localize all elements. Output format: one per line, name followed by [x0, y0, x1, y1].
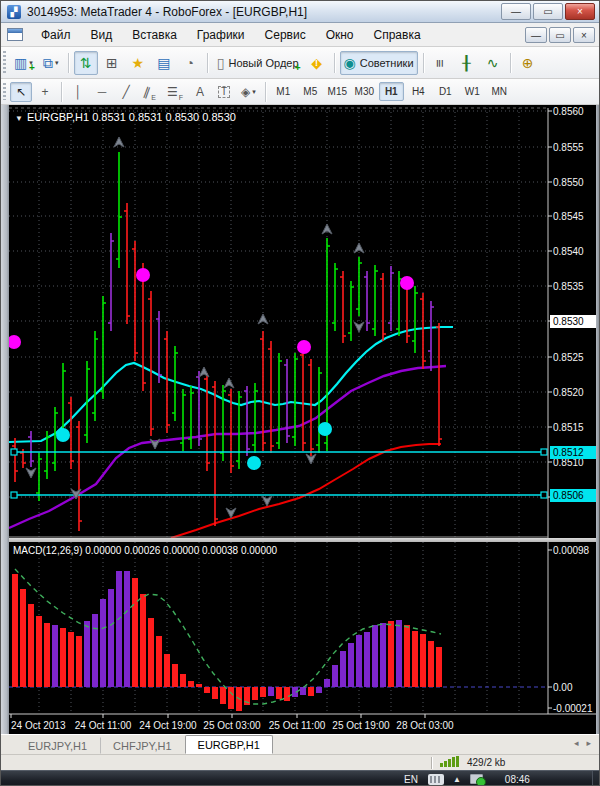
equidistant-channel-sub-icon: E [151, 94, 156, 101]
crosshair-button[interactable]: + [34, 82, 56, 102]
keyboard-icon[interactable] [428, 774, 444, 785]
trendline-button[interactable]: ╱ [115, 82, 137, 102]
timeframe-w1-button[interactable]: W1 [460, 82, 485, 101]
network-icon[interactable] [470, 774, 483, 784]
menu-bar: ФайлВидВставкаГрафикиСервисОкноСправка —… [1, 23, 599, 47]
time-axis-label: 25 Oct 03:00 [197, 719, 267, 732]
text-button[interactable]: A [189, 82, 211, 102]
chart-tab-eurgbp-h1[interactable]: EURGBP,H1 [185, 735, 273, 754]
toolbar-separator [68, 53, 69, 73]
maximize-button[interactable]: ▭ [533, 3, 563, 20]
title-bar[interactable]: ▞ 3014953: MetaTrader 4 - RoboForex - [E… [1, 1, 599, 23]
chart-canvas[interactable] [1, 105, 599, 734]
timeframe-h1-button[interactable]: H1 [379, 82, 404, 101]
menu-окно[interactable]: Окно [316, 25, 364, 45]
text-label-button[interactable]: T [213, 82, 235, 102]
timeframe-d1-button[interactable]: D1 [433, 82, 458, 101]
show-hidden-icons-arrow[interactable]: ▲ [453, 775, 461, 784]
timeframe-m15-button[interactable]: M15 [325, 82, 350, 101]
chart-tab-chfjpy-h1[interactable]: CHFJPY,H1 [100, 737, 184, 754]
minimize-button[interactable]: — [501, 3, 531, 20]
timeframe-m30-button[interactable]: M30 [352, 82, 377, 101]
cursor-button[interactable]: ↖ [10, 82, 32, 102]
chart-symbol-label[interactable]: ▼EURGBP,H1 0.8531 0.8531 0.8530 0.8530 [15, 111, 236, 123]
menu-файл[interactable]: Файл [31, 25, 81, 45]
timeframe-m5-button[interactable]: M5 [298, 82, 323, 101]
text-icon: A [196, 86, 204, 98]
toolbar-separator [334, 53, 335, 73]
toolbar-separator [423, 53, 424, 73]
horizontal-line-button[interactable]: ─ [91, 82, 113, 102]
chart-window-icon[interactable] [7, 28, 23, 41]
price-tick-label: 0.8560 [553, 105, 597, 118]
market-watch-button[interactable]: ⇅ [74, 51, 98, 75]
chart-candlesticks-button[interactable]: ╂ [455, 51, 479, 75]
time-axis-label: 24 Oct 2013 [11, 719, 65, 732]
child-minimize-button[interactable]: — [525, 27, 547, 43]
connection-traffic: 429/2 kb [467, 757, 505, 768]
language-indicator[interactable]: EN [404, 774, 418, 785]
profiles-icon: ⧉ [43, 56, 53, 70]
equidistant-channel-button[interactable]: ∥E [139, 82, 161, 102]
chart-bars-button[interactable]: ≡ [429, 51, 453, 75]
data-window-button[interactable]: ⊞ [100, 51, 124, 75]
child-close-button[interactable]: × [573, 27, 595, 43]
tab-scroll-left-icon[interactable]: ◂ [574, 738, 579, 748]
arrows-dropdown-caret-icon[interactable]: ▾ [252, 88, 256, 96]
vertical-line-button[interactable]: │ [67, 82, 89, 102]
profiles-dropdown-caret-icon[interactable]: ▾ [55, 59, 59, 67]
terminal-icon: ▤ [157, 56, 170, 70]
chart-candlesticks-icon: ╂ [462, 56, 470, 70]
new-order-button[interactable]: ▯+Новый Ордер [213, 51, 303, 75]
fibonacci-retracement-icon: ☰ [167, 86, 178, 98]
chart-tab-eurjpy-h1[interactable]: EURJPY,H1 [15, 737, 100, 754]
price-tick-label: 0.8550 [553, 176, 597, 189]
price-tick-label: 0.8540 [553, 245, 597, 258]
expert-advisors-button[interactable]: ◉Советники [340, 51, 418, 75]
panel-resize-separator[interactable] [1, 538, 599, 542]
clock[interactable]: 08:46 [505, 774, 530, 785]
child-restore-button[interactable]: ▭ [549, 27, 571, 43]
timeframe-mn-button[interactable]: MN [487, 82, 512, 101]
data-window-icon: ⊞ [106, 56, 118, 70]
price-tick-label: 0.8545 [553, 210, 597, 223]
strategy-tester-button[interactable]: ◔ [178, 51, 202, 75]
navigator-button[interactable]: ★ [126, 51, 150, 75]
price-tick-label: 0.8520 [553, 386, 597, 399]
new-order-label: Новый Ордер [228, 57, 298, 69]
price-badge-0.8506: 0.8506 [550, 489, 597, 502]
tab-scroll-right-icon[interactable]: ▸ [586, 738, 591, 748]
menu-сервис[interactable]: Сервис [255, 25, 316, 45]
fibonacci-retracement-sub-icon: F [179, 94, 183, 101]
cursor-icon: ↖ [16, 86, 26, 98]
toolbar-separator [265, 82, 266, 102]
new-chart-plus-icon: + [29, 63, 35, 73]
new-chart-button[interactable]: ▥+▾ [10, 51, 37, 75]
fibonacci-retracement-button[interactable]: ☰F [163, 82, 187, 102]
new-chart-icon: ▥ [14, 56, 27, 70]
menu-вставка[interactable]: Вставка [122, 25, 187, 45]
time-axis-label: 28 Oct 03:00 [390, 719, 460, 732]
taskbar[interactable]: EN ▲ 08:46 [1, 770, 599, 786]
price-badge-0.8530: 0.8530 [550, 315, 597, 328]
time-axis-label: 25 Oct 19:00 [326, 719, 396, 732]
strategy-tester-icon: ◔ [186, 56, 194, 70]
expert-advisors-icon: ◉ [344, 56, 356, 70]
chart-collapse-icon[interactable]: ▼ [15, 114, 23, 123]
menu-вид[interactable]: Вид [81, 25, 123, 45]
text-label-icon: T [218, 86, 230, 98]
macd-tick-label: -0.00021 [553, 702, 597, 715]
metaeditor-alert-button[interactable]: ◆! [305, 51, 329, 75]
profiles-button[interactable]: ⧉▾ [39, 51, 63, 75]
menu-графики[interactable]: Графики [187, 25, 255, 45]
close-button[interactable]: × [565, 3, 595, 20]
zoom-in-button[interactable]: ⊕ [516, 51, 540, 75]
timeframe-h4-button[interactable]: H4 [406, 82, 431, 101]
menu-справка[interactable]: Справка [364, 25, 431, 45]
chart-line-button[interactable]: ∿ [481, 51, 505, 75]
chart-area[interactable]: ▼EURGBP,H1 0.8531 0.8531 0.8530 0.8530 M… [1, 105, 599, 734]
arrows-button[interactable]: ◈▾ [237, 82, 260, 102]
timeframe-m1-button[interactable]: M1 [271, 82, 296, 101]
terminal-button[interactable]: ▤ [152, 51, 176, 75]
show-desktop-button[interactable] [592, 771, 599, 786]
